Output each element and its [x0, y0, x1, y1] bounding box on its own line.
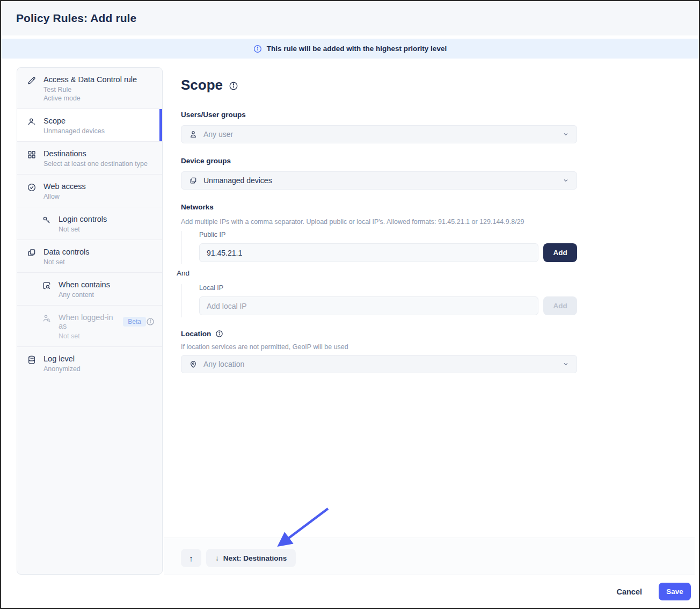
content-search-icon — [42, 281, 52, 291]
sidebar-item-subtitle: Not set — [59, 226, 155, 233]
page-header: Policy Rules: Add rule — [1, 1, 699, 35]
sidebar-item-title: When contains — [59, 280, 155, 289]
users-select[interactable]: Any user — [181, 125, 577, 143]
sidebar-item-title: Access & Data Control rule — [43, 75, 155, 84]
location-select[interactable]: Any location — [181, 355, 577, 373]
grid-icon — [27, 150, 37, 160]
sidebar-item-scope[interactable]: Scope Unmanaged devices — [17, 109, 162, 142]
sidebar-item-title: Destinations — [43, 149, 155, 158]
policy-rule-editor-window: Policy Rules: Add rule This rule will be… — [0, 0, 700, 609]
device-groups-select[interactable]: Unmanaged devices — [181, 171, 577, 190]
banner-text: This rule will be added with the highest… — [267, 45, 447, 53]
sidebar-item-title: When logged-in as — [59, 313, 116, 330]
info-icon[interactable] — [215, 330, 223, 338]
local-ip-label: Local IP — [199, 284, 577, 292]
info-icon[interactable] — [229, 81, 238, 91]
add-public-ip-button[interactable]: Add — [543, 243, 577, 262]
sidebar-item-destinations[interactable]: Destinations Select at least one destina… — [17, 142, 162, 175]
next-destinations-button[interactable]: ↓ Next: Destinations — [206, 549, 296, 567]
step-navigation-bar: ↑ ↓ Next: Destinations — [164, 538, 695, 575]
sidebar-item-when-contains[interactable]: When contains Any content — [17, 273, 162, 306]
chevron-down-icon — [563, 177, 569, 184]
page-title: Policy Rules: Add rule — [16, 12, 136, 25]
sidebar-item-when-logged-in-as[interactable]: When logged-in as Beta Not set — [17, 306, 162, 347]
sidebar-item-login-controls[interactable]: Login controls Not set — [17, 207, 162, 240]
save-button[interactable]: Save — [659, 583, 691, 600]
chevron-down-icon — [563, 361, 569, 367]
down-arrow-icon: ↓ — [215, 554, 219, 562]
local-ip-group: Local IP Add — [181, 284, 577, 317]
networks-label: Networks — [181, 203, 214, 211]
sidebar-item-subtitle: Not set — [59, 332, 155, 340]
info-icon[interactable] — [146, 317, 155, 326]
sidebar-item-web-access[interactable]: Web access Allow — [17, 175, 162, 207]
section-title: Scope — [181, 77, 238, 93]
sidebar-item-access-data-control[interactable]: Access & Data Control rule Test Rule Act… — [17, 68, 162, 109]
check-circle-icon — [27, 183, 37, 192]
location-label-row: Location — [181, 330, 223, 338]
scroll-up-button[interactable]: ↑ — [181, 549, 201, 567]
sidebar-item-title: Scope — [43, 117, 155, 125]
key-icon — [42, 215, 52, 225]
networks-helper: Add multiple IPs with a comma separator.… — [181, 218, 524, 226]
action-bar: Cancel Save — [1, 575, 699, 608]
location-helper: If location services are not permitted, … — [181, 343, 348, 351]
priority-banner: This rule will be added with the highest… — [1, 39, 699, 59]
next-button-label: Next: Destinations — [223, 554, 287, 562]
sidebar-item-title: Login controls — [59, 215, 155, 223]
cancel-button[interactable]: Cancel — [616, 588, 642, 596]
public-ip-group: Public IP Add — [181, 231, 577, 264]
sidebar-item-subtitle: Unmanaged devices — [43, 127, 155, 135]
sidebar-item-log-level[interactable]: Log level Anonymized — [17, 347, 162, 379]
sidebar-item-title: Web access — [43, 182, 155, 191]
copy-icon — [27, 248, 37, 258]
add-local-ip-button[interactable]: Add — [543, 296, 577, 315]
user-search-icon — [42, 314, 52, 323]
location-select-value: Any location — [203, 360, 557, 368]
sidebar-item-data-controls[interactable]: Data controls Not set — [17, 240, 162, 273]
location-pin-icon — [189, 360, 198, 368]
info-icon — [253, 45, 262, 53]
chevron-down-icon — [563, 131, 569, 137]
beta-badge: Beta — [123, 317, 146, 327]
user-icon — [189, 130, 198, 139]
public-ip-label: Public IP — [199, 231, 577, 238]
sidebar-item-subtitle: Not set — [43, 258, 155, 266]
device-icon — [189, 176, 198, 185]
public-ip-input[interactable] — [199, 243, 538, 262]
sidebar-item-subtitle2: Active mode — [43, 95, 155, 102]
sidebar-item-title: Log level — [43, 354, 155, 363]
users-select-value: Any user — [203, 130, 557, 139]
database-icon — [27, 355, 37, 365]
sidebar-item-title: Data controls — [43, 248, 155, 256]
and-label: And — [177, 269, 189, 277]
device-groups-label: Device groups — [181, 157, 231, 165]
sidebar-item-subtitle: Test Rule — [43, 86, 155, 93]
sidebar-item-subtitle: Allow — [43, 193, 155, 200]
sidebar-item-subtitle: Any content — [59, 291, 155, 299]
users-label: Users/User groups — [181, 111, 246, 119]
local-ip-input[interactable] — [199, 296, 538, 315]
location-label: Location — [181, 330, 211, 338]
sidebar-item-subtitle: Select at least one destination type — [43, 160, 155, 168]
sidebar-item-subtitle: Anonymized — [43, 365, 155, 373]
user-icon — [27, 117, 37, 127]
up-arrow-icon: ↑ — [189, 554, 193, 563]
device-groups-select-value: Unmanaged devices — [203, 176, 557, 185]
pencil-icon — [27, 76, 37, 85]
rule-steps-sidebar: Access & Data Control rule Test Rule Act… — [17, 67, 163, 575]
